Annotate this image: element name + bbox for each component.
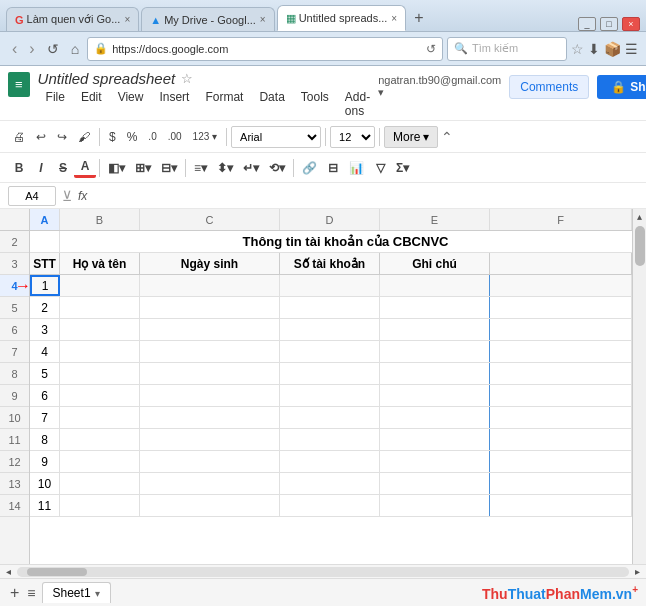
cell-B10[interactable] [60, 407, 140, 428]
bookmark-icon[interactable]: ☆ [571, 41, 584, 57]
align-h-button[interactable]: ≡▾ [189, 159, 212, 177]
cell-E6[interactable] [380, 319, 490, 340]
scroll-left-arrow[interactable]: ◂ [4, 566, 13, 577]
col-header-F[interactable]: F [490, 209, 632, 230]
cell-C9[interactable] [140, 385, 280, 406]
cell-F10[interactable] [490, 407, 632, 428]
merge-button[interactable]: ⊟▾ [156, 159, 182, 177]
row-header-3[interactable]: 3 [0, 253, 29, 275]
maximize-button[interactable]: □ [600, 17, 618, 31]
cell-E9[interactable] [380, 385, 490, 406]
menu-addons[interactable]: Add-ons [337, 88, 378, 120]
browser-tab-3[interactable]: ▦ Untitled spreads... × [277, 5, 407, 31]
cell-C7[interactable] [140, 341, 280, 362]
cell-C6[interactable] [140, 319, 280, 340]
cell-F3[interactable] [490, 253, 632, 274]
row-header-12[interactable]: 12 [0, 451, 29, 473]
share-button[interactable]: 🔒 Share [597, 75, 646, 99]
image-button[interactable]: ⊟ [322, 159, 344, 177]
fill-color-button[interactable]: ◧▾ [103, 159, 130, 177]
menu-edit[interactable]: Edit [73, 88, 110, 120]
font-color-button[interactable]: A [74, 157, 96, 178]
col-header-D[interactable]: D [280, 209, 380, 230]
menu-file[interactable]: File [38, 88, 73, 120]
cell-reference-input[interactable] [8, 186, 56, 206]
cell-B5[interactable] [60, 297, 140, 318]
cell-E7[interactable] [380, 341, 490, 362]
percent-button[interactable]: % [122, 127, 143, 147]
cell-E5[interactable] [380, 297, 490, 318]
cell-B7[interactable] [60, 341, 140, 362]
decimal-decrease-button[interactable]: .0 [143, 128, 161, 145]
cell-D3[interactable]: Số tài khoản [280, 253, 380, 274]
cell-F5[interactable] [490, 297, 632, 318]
cell-A4[interactable]: 1 [30, 275, 60, 296]
cell-F14[interactable] [490, 495, 632, 516]
cell-C12[interactable] [140, 451, 280, 472]
cell-B14[interactable] [60, 495, 140, 516]
row-header-10[interactable]: 10 [0, 407, 29, 429]
cell-B4[interactable] [60, 275, 140, 296]
cell-A9[interactable]: 6 [30, 385, 60, 406]
extensions-icon[interactable]: 📦 [604, 41, 621, 57]
cell-D11[interactable] [280, 429, 380, 450]
link-button[interactable]: 🔗 [297, 159, 322, 177]
cell-D10[interactable] [280, 407, 380, 428]
cell-B12[interactable] [60, 451, 140, 472]
cell-F8[interactable] [490, 363, 632, 384]
row-header-8[interactable]: 8 [0, 363, 29, 385]
cell-D8[interactable] [280, 363, 380, 384]
cell-E13[interactable] [380, 473, 490, 494]
collapse-toolbar-button[interactable]: ⌃ [439, 127, 455, 147]
cell-E11[interactable] [380, 429, 490, 450]
cell-E4[interactable] [380, 275, 490, 296]
bold-button[interactable]: B [8, 159, 30, 177]
sheet-tab[interactable]: Sheet1 ▾ [42, 582, 111, 603]
menu-tools[interactable]: Tools [293, 88, 337, 120]
cell-D14[interactable] [280, 495, 380, 516]
filter-button[interactable]: ▽ [369, 159, 391, 177]
cell-A6[interactable]: 3 [30, 319, 60, 340]
close-button[interactable]: × [622, 17, 640, 31]
decimal-increase-button[interactable]: .00 [163, 128, 187, 145]
search-box[interactable]: 🔍 Tìm kiếm [447, 37, 567, 61]
scroll-right-arrow[interactable]: ▸ [633, 566, 642, 577]
cell-C3[interactable]: Ngày sinh [140, 253, 280, 274]
col-header-E[interactable]: E [380, 209, 490, 230]
row-header-2[interactable]: 2 [0, 231, 29, 253]
strikethrough-button[interactable]: S [52, 159, 74, 177]
download-icon[interactable]: ⬇ [588, 41, 600, 57]
cell-title[interactable]: Thông tin tài khoản của CBCNVC [60, 231, 632, 252]
vertical-scrollbar[interactable]: ▴ [632, 209, 646, 564]
cell-C14[interactable] [140, 495, 280, 516]
browser-tab-2[interactable]: ▲ My Drive - Googl... × [141, 7, 274, 31]
cell-C4[interactable] [140, 275, 280, 296]
tab2-close[interactable]: × [260, 14, 266, 25]
cell-B8[interactable] [60, 363, 140, 384]
row-header-4[interactable]: 4 → [0, 275, 29, 297]
add-sheet-button[interactable]: + [8, 582, 21, 604]
menu-data[interactable]: Data [251, 88, 292, 120]
cell-E3[interactable]: Ghi chú [380, 253, 490, 274]
rotate-button[interactable]: ⟲▾ [264, 159, 290, 177]
currency-button[interactable]: $ [104, 127, 121, 147]
forward-button[interactable]: › [25, 38, 38, 60]
font-size-select[interactable]: 10 11 12 14 16 [330, 126, 375, 148]
print-button[interactable]: 🖨 [8, 127, 30, 147]
italic-button[interactable]: I [30, 159, 52, 177]
borders-button[interactable]: ⊞▾ [130, 159, 156, 177]
row-header-7[interactable]: 7 [0, 341, 29, 363]
font-family-select[interactable]: Arial Times New Roman Courier New [231, 126, 321, 148]
paint-format-button[interactable]: 🖌 [73, 127, 95, 147]
menu-format[interactable]: Format [197, 88, 251, 120]
col-header-A[interactable]: A [30, 209, 60, 230]
new-tab-button[interactable]: + [408, 7, 429, 29]
cell-E12[interactable] [380, 451, 490, 472]
cell-F7[interactable] [490, 341, 632, 362]
cell-C11[interactable] [140, 429, 280, 450]
cell-B13[interactable] [60, 473, 140, 494]
settings-icon[interactable]: ☰ [625, 41, 638, 57]
cell-C5[interactable] [140, 297, 280, 318]
cell-D5[interactable] [280, 297, 380, 318]
redo-button[interactable]: ↪ [52, 127, 72, 147]
